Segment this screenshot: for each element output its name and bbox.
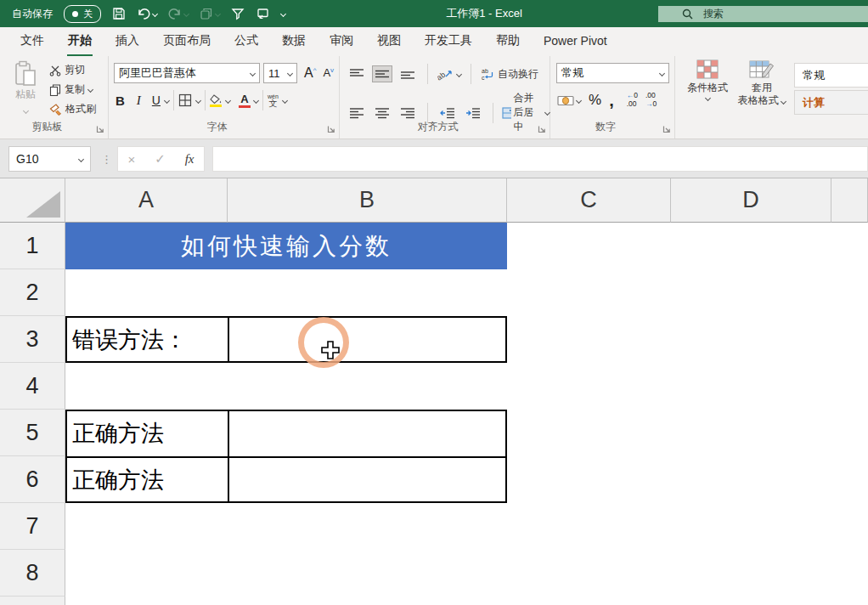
row-header-2[interactable]: 2 [0,269,65,316]
phonetic-guide-button[interactable]: wén 文 [268,93,279,108]
tab-home[interactable]: 开始 [56,27,104,56]
save-icon[interactable] [112,7,126,20]
cell-title-banner[interactable]: 如何快速输入分数 [65,223,507,269]
select-all-button[interactable] [0,178,65,223]
styles-group: 条件格式 套用表格格式 常规 计算 [675,56,868,139]
font-size-select[interactable]: 11 [263,63,297,83]
row-header-5[interactable]: 5 [0,410,65,456]
scissors-icon [49,65,61,76]
column-header-c[interactable]: C [507,178,671,223]
separator-dots: ⋮ [101,146,112,172]
row-header-8[interactable]: 8 [0,550,65,597]
group-label: 剪贴板 [0,120,94,134]
tab-help[interactable]: 帮助 [484,27,532,56]
tab-formulas[interactable]: 公式 [223,27,270,56]
increase-indent-button[interactable] [463,105,483,122]
conditional-formatting-button[interactable]: 条件格式 [680,59,735,139]
column-header-e[interactable] [831,178,868,223]
increase-decimal-button[interactable]: ←0 .00 [627,92,638,109]
window-arrow-icon[interactable] [256,7,270,20]
chevron-down-icon [195,97,201,103]
tab-power-pivot[interactable]: Power Pivot [532,27,619,56]
decrease-indent-button[interactable] [437,105,458,122]
underline-button[interactable]: U [152,93,161,107]
bold-button[interactable]: B [116,93,125,108]
tab-review[interactable]: 审阅 [318,27,365,56]
autosave-toggle[interactable]: 关 [64,5,101,23]
worksheet[interactable]: A B C D 1 2 3 4 5 6 7 8 如何快速输入分数 错误方法： 正… [0,178,868,605]
align-center-button[interactable] [372,105,392,122]
font-group: 阿里巴巴普惠体 11 A^ Av B I U [109,56,340,139]
cell-a6[interactable]: 正确方法 [72,456,225,503]
redo-button [168,7,189,20]
cell-a5[interactable]: 正确方法 [72,410,225,456]
autosave-state: 关 [83,8,93,20]
cell-a3[interactable]: 错误方法： [72,316,225,363]
accounting-format-button[interactable] [557,94,581,107]
alignment-group: ab abc 自动换行 合并后居中 [340,56,550,139]
row-header-1[interactable]: 1 [0,223,65,269]
text-orientation-icon: ab [437,67,454,81]
cancel-button: × [127,152,135,167]
filter-icon[interactable] [231,7,245,20]
italic-button[interactable]: I [137,93,141,108]
dialog-launcher-icon[interactable] [662,125,671,133]
column-header-b[interactable]: B [228,178,507,223]
grow-font-button[interactable]: A^ [304,65,316,81]
paste-button: 粘贴 [7,60,44,116]
row-header-3[interactable]: 3 [0,316,65,363]
tab-insert[interactable]: 插入 [104,27,151,56]
column-header-d[interactable]: D [671,178,831,223]
undo-button[interactable] [137,7,157,20]
formula-input[interactable] [212,146,868,172]
cell-border-divider [228,318,229,361]
dialog-launcher-icon[interactable] [538,125,546,133]
row-header-6[interactable]: 6 [0,456,65,503]
column-header-a[interactable]: A [65,178,228,223]
align-left-button[interactable] [347,105,367,122]
search-icon [682,8,693,20]
tab-developer[interactable]: 开发工具 [413,27,484,56]
copy-button[interactable]: 复制 [49,82,96,97]
name-box[interactable]: G10 [8,146,91,172]
tab-file[interactable]: 文件 [8,27,56,56]
format-painter-button[interactable]: 格式刷 [49,102,96,116]
search-label: 搜索 [703,7,724,21]
cell-style-calculation[interactable]: 计算 [794,90,868,115]
wrap-text-button[interactable]: abc 自动换行 [481,67,538,82]
cell-style-normal[interactable]: 常规 [794,63,868,88]
cut-button[interactable]: 剪切 [49,63,96,77]
number-format-select[interactable]: 常规 [556,63,669,83]
row-header-7[interactable]: 7 [0,503,65,550]
row-header-4[interactable]: 4 [0,363,65,410]
fill-color-button[interactable] [210,94,223,107]
align-middle-button[interactable] [372,65,392,82]
font-name-select[interactable]: 阿里巴巴普惠体 [114,63,260,83]
borders-button[interactable] [178,93,192,107]
decrease-decimal-button[interactable]: .00 →0 [645,92,657,109]
percent-style-button[interactable]: % [589,92,601,109]
window-title: 工作簿1 - Excel [323,0,645,27]
search-box[interactable]: 搜索 [658,6,868,22]
tab-page-layout[interactable]: 页面布局 [151,27,223,56]
customize-qat-chevron-icon[interactable] [280,10,286,16]
group-label: 数字 [550,120,661,134]
title-bar: 自动保存 关 [0,0,868,27]
align-bottom-button[interactable] [397,65,418,82]
insert-function-button[interactable]: fx [185,152,194,167]
tab-data[interactable]: 数据 [270,27,318,56]
row-header-9[interactable] [0,597,65,605]
format-as-table-icon [749,59,775,80]
align-top-button[interactable] [347,65,367,82]
tab-view[interactable]: 视图 [365,27,413,56]
font-color-button[interactable]: A [239,93,251,108]
formula-bar-strip: G10 ⋮ × ✓ fx [0,139,868,178]
comma-style-button[interactable]: , [609,94,614,106]
align-right-button[interactable] [397,105,418,122]
orientation-button[interactable]: ab [437,67,461,81]
dialog-launcher-icon[interactable] [327,125,335,133]
cell-styles-gallery: 常规 计算 [794,59,868,139]
dialog-launcher-icon[interactable] [96,125,104,133]
format-as-table-button[interactable]: 套用表格格式 [735,59,789,139]
shrink-font-button[interactable]: Av [323,66,334,79]
